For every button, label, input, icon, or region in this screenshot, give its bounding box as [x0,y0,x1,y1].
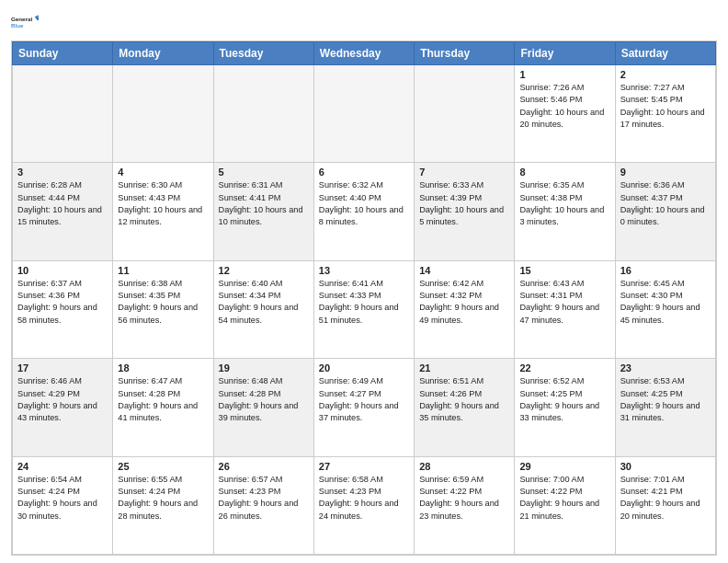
calendar-cell: 5Sunrise: 6:31 AMSunset: 4:41 PMDaylight… [213,163,313,260]
calendar-cell [113,65,213,163]
calendar-cell: 23Sunrise: 6:53 AMSunset: 4:25 PMDayligh… [615,359,715,456]
day-info: Sunrise: 6:40 AMSunset: 4:34 PMDaylight:… [219,278,309,327]
day-number: 9 [620,167,711,178]
day-number: 28 [419,461,509,472]
day-number: 11 [118,265,208,276]
day-info: Sunrise: 6:51 AMSunset: 4:26 PMDaylight:… [419,375,509,424]
day-info: Sunrise: 6:59 AMSunset: 4:22 PMDaylight:… [419,474,509,523]
day-info: Sunrise: 6:55 AMSunset: 4:24 PMDaylight:… [118,474,208,523]
day-info: Sunrise: 6:41 AMSunset: 4:33 PMDaylight:… [319,278,409,327]
week-row-3: 10Sunrise: 6:37 AMSunset: 4:36 PMDayligh… [13,260,716,358]
day-number: 24 [17,461,108,472]
day-header-tuesday: Tuesday [213,42,313,65]
calendar-cell: 9Sunrise: 6:36 AMSunset: 4:37 PMDaylight… [615,163,715,260]
day-info: Sunrise: 7:26 AMSunset: 5:46 PMDaylight:… [519,82,609,131]
day-info: Sunrise: 7:01 AMSunset: 4:21 PMDaylight:… [620,474,711,523]
calendar-cell: 21Sunrise: 6:51 AMSunset: 4:26 PMDayligh… [415,359,515,456]
calendar-cell: 7Sunrise: 6:33 AMSunset: 4:39 PMDaylight… [415,163,515,260]
week-row-1: 1Sunrise: 7:26 AMSunset: 5:46 PMDaylight… [13,65,716,163]
calendar-cell: 22Sunrise: 6:52 AMSunset: 4:25 PMDayligh… [515,359,615,456]
calendar-cell: 30Sunrise: 7:01 AMSunset: 4:21 PMDayligh… [615,456,715,554]
day-number: 7 [419,167,509,178]
day-info: Sunrise: 6:45 AMSunset: 4:30 PMDaylight:… [620,278,711,327]
week-row-4: 17Sunrise: 6:46 AMSunset: 4:29 PMDayligh… [13,359,716,456]
day-header-friday: Friday [515,42,615,65]
day-info: Sunrise: 6:30 AMSunset: 4:43 PMDaylight:… [118,179,208,228]
page: GeneralBlue SundayMondayTuesdayWednesday… [0,0,728,563]
calendar-cell: 10Sunrise: 6:37 AMSunset: 4:36 PMDayligh… [13,260,113,358]
calendar-cell: 8Sunrise: 6:35 AMSunset: 4:38 PMDaylight… [515,163,615,260]
day-info: Sunrise: 6:46 AMSunset: 4:29 PMDaylight:… [17,375,108,424]
day-number: 29 [519,461,609,472]
calendar-cell: 29Sunrise: 7:00 AMSunset: 4:22 PMDayligh… [515,456,615,554]
logo: GeneralBlue [11,9,40,35]
day-header-wednesday: Wednesday [313,42,414,65]
day-info: Sunrise: 7:27 AMSunset: 5:45 PMDaylight:… [620,82,711,131]
day-number: 14 [419,265,509,276]
day-number: 23 [620,362,711,373]
day-info: Sunrise: 6:33 AMSunset: 4:39 PMDaylight:… [419,179,509,228]
day-number: 3 [17,167,108,178]
day-info: Sunrise: 6:32 AMSunset: 4:40 PMDaylight:… [319,179,409,228]
svg-text:General: General [11,16,32,22]
day-info: Sunrise: 6:31 AMSunset: 4:41 PMDaylight:… [219,179,309,228]
calendar: SundayMondayTuesdayWednesdayThursdayFrid… [11,40,717,556]
day-number: 2 [620,69,711,80]
day-number: 26 [219,461,309,472]
calendar-cell: 15Sunrise: 6:43 AMSunset: 4:31 PMDayligh… [515,260,615,358]
day-header-saturday: Saturday [615,42,715,65]
calendar-cell [313,65,414,163]
calendar-cell: 19Sunrise: 6:48 AMSunset: 4:28 PMDayligh… [213,359,313,456]
day-info: Sunrise: 6:53 AMSunset: 4:25 PMDaylight:… [620,375,711,424]
day-info: Sunrise: 7:00 AMSunset: 4:22 PMDaylight:… [519,474,609,523]
day-number: 13 [319,265,409,276]
day-number: 18 [118,362,208,373]
calendar-cell: 6Sunrise: 6:32 AMSunset: 4:40 PMDaylight… [313,163,414,260]
day-number: 8 [519,167,609,178]
day-info: Sunrise: 6:35 AMSunset: 4:38 PMDaylight:… [519,179,609,228]
day-header-monday: Monday [113,42,213,65]
day-number: 12 [219,265,309,276]
day-header-sunday: Sunday [13,42,113,65]
day-info: Sunrise: 6:47 AMSunset: 4:28 PMDaylight:… [118,375,208,424]
day-number: 27 [319,461,409,472]
day-number: 20 [319,362,409,373]
calendar-cell: 2Sunrise: 7:27 AMSunset: 5:45 PMDaylight… [615,65,715,163]
days-header-row: SundayMondayTuesdayWednesdayThursdayFrid… [13,42,716,65]
calendar-cell: 16Sunrise: 6:45 AMSunset: 4:30 PMDayligh… [615,260,715,358]
calendar-cell: 27Sunrise: 6:58 AMSunset: 4:23 PMDayligh… [313,456,414,554]
day-number: 1 [519,69,609,80]
day-number: 21 [419,362,509,373]
calendar-cell: 25Sunrise: 6:55 AMSunset: 4:24 PMDayligh… [113,456,213,554]
calendar-cell: 28Sunrise: 6:59 AMSunset: 4:22 PMDayligh… [415,456,515,554]
day-info: Sunrise: 6:48 AMSunset: 4:28 PMDaylight:… [219,375,309,424]
calendar-cell: 3Sunrise: 6:28 AMSunset: 4:44 PMDaylight… [13,163,113,260]
calendar-cell [213,65,313,163]
calendar-cell: 12Sunrise: 6:40 AMSunset: 4:34 PMDayligh… [213,260,313,358]
day-info: Sunrise: 6:37 AMSunset: 4:36 PMDaylight:… [17,278,108,327]
day-number: 15 [519,265,609,276]
calendar-cell: 17Sunrise: 6:46 AMSunset: 4:29 PMDayligh… [13,359,113,456]
day-info: Sunrise: 6:42 AMSunset: 4:32 PMDaylight:… [419,278,509,327]
day-number: 30 [620,461,711,472]
week-row-5: 24Sunrise: 6:54 AMSunset: 4:24 PMDayligh… [13,456,716,554]
day-number: 17 [17,362,108,373]
day-info: Sunrise: 6:38 AMSunset: 4:35 PMDaylight:… [118,278,208,327]
week-row-2: 3Sunrise: 6:28 AMSunset: 4:44 PMDaylight… [13,163,716,260]
header: GeneralBlue [11,9,717,35]
day-number: 6 [319,167,409,178]
day-number: 22 [519,362,609,373]
day-info: Sunrise: 6:49 AMSunset: 4:27 PMDaylight:… [319,375,409,424]
day-info: Sunrise: 6:58 AMSunset: 4:23 PMDaylight:… [319,474,409,523]
calendar-cell: 4Sunrise: 6:30 AMSunset: 4:43 PMDaylight… [113,163,213,260]
calendar-cell [13,65,113,163]
day-header-thursday: Thursday [415,42,515,65]
logo-icon: GeneralBlue [11,9,40,35]
svg-text:Blue: Blue [11,22,24,29]
calendar-cell [415,65,515,163]
day-info: Sunrise: 6:43 AMSunset: 4:31 PMDaylight:… [519,278,609,327]
day-info: Sunrise: 6:52 AMSunset: 4:25 PMDaylight:… [519,375,609,424]
day-number: 25 [118,461,208,472]
calendar-cell: 14Sunrise: 6:42 AMSunset: 4:32 PMDayligh… [415,260,515,358]
calendar-cell: 18Sunrise: 6:47 AMSunset: 4:28 PMDayligh… [113,359,213,456]
